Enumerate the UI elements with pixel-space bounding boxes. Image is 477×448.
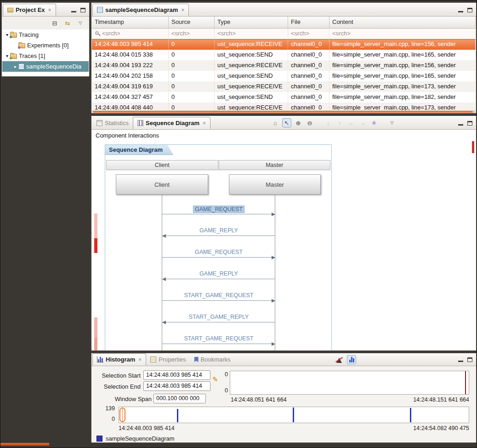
zoom-in-icon[interactable]: ⊕ [294, 119, 302, 127]
lifeline-master[interactable]: Master [229, 174, 321, 195]
cell-timestamp: 14:24:49.004 319 619 [92, 81, 169, 92]
right-ruler-marker[interactable] [472, 141, 474, 153]
go-right-icon[interactable]: → [358, 119, 367, 127]
sequence-message[interactable]: GAME_REPLY [162, 227, 275, 236]
sequence-message[interactable]: START_GAME_REQUEST [162, 292, 275, 301]
link-with-editor-icon[interactable]: ⇆ [63, 19, 72, 27]
minimize-icon[interactable] [458, 11, 463, 12]
collapse-all-icon[interactable]: ⊟ [51, 19, 59, 27]
window-span-field[interactable]: 000.100 000 000 [153, 394, 206, 403]
full-range-chart[interactable] [119, 407, 469, 423]
explorer-window-buttons [71, 8, 89, 16]
go-left-icon[interactable]: ← [347, 119, 355, 127]
tab-bookmarks[interactable]: Bookmarks [190, 353, 235, 366]
tree-item-trace-samplesequencediagram[interactable]: ▸ sampleSequenceDia [2, 61, 89, 72]
maximize-icon[interactable] [467, 121, 472, 126]
filter-field-type[interactable]: <srch> [217, 29, 236, 38]
table-row[interactable]: 14:24:49.004 193 222 0 ust_sequence:RECE… [92, 60, 476, 71]
table-row[interactable]: 14:24:49.004 202 158 0 ust_sequence:SEND… [92, 71, 476, 81]
sequence-message[interactable]: GAME_REPLY [162, 270, 275, 279]
ruler-marker[interactable] [94, 238, 97, 253]
tab-sequence-diagram[interactable]: Sequence Diagram × [133, 117, 210, 129]
filter-field-content[interactable]: <srch> [332, 29, 351, 38]
close-icon[interactable]: × [203, 120, 206, 126]
legend-swatch [97, 436, 102, 442]
filter-field-file[interactable]: <srch> [291, 29, 309, 38]
table-row[interactable]: 14:24:49.004 327 457 0 ust_sequence:SEND… [92, 92, 476, 103]
tree-item-tracing[interactable]: ▾ Tracing [2, 29, 89, 40]
overview-ruler[interactable] [94, 212, 97, 351]
minimized-view-strip[interactable] [0, 443, 49, 446]
lifeline-header-client[interactable]: Client [106, 160, 218, 170]
tab-properties[interactable]: Properties [146, 353, 190, 366]
histogram-toolbar [335, 355, 358, 366]
legend: sampleSequenceDiagram [97, 435, 175, 442]
minimize-icon[interactable] [458, 124, 463, 126]
table-row[interactable]: 14:24:49.004 319 619 0 ust_sequence:RECE… [92, 81, 476, 92]
go-down-icon[interactable]: ↓ [324, 119, 332, 127]
minimize-icon[interactable] [71, 11, 76, 12]
minimize-icon[interactable] [458, 361, 463, 362]
view-menu-icon[interactable]: ▽ [388, 119, 396, 127]
sequence-message[interactable]: START_GAME_REQUEST [162, 335, 275, 344]
show-histogram-icon[interactable] [349, 357, 354, 362]
view-menu-icon[interactable]: ▽ [76, 19, 85, 27]
ruler-marker[interactable] [94, 338, 97, 351]
time-range-chart[interactable] [230, 371, 469, 395]
table-row[interactable]: 14:24:48.003 985 414 0 ust_sequence:RECE… [92, 39, 476, 50]
filter-field-timestamp[interactable]: <srch> [102, 29, 120, 38]
time-range-cursor[interactable] [465, 371, 466, 394]
sequence-message[interactable]: START_GAME_REPLY [162, 314, 275, 322]
selection-end-field[interactable]: 14:24:48.003 985 414 [143, 381, 210, 391]
column-header-source[interactable]: Source [169, 17, 215, 28]
column-header-timestamp[interactable]: Timestamp [92, 17, 169, 28]
filter-icon[interactable]: ✳ [370, 119, 378, 127]
events-window-buttons [458, 8, 476, 16]
zoom-out-icon[interactable]: ⊖ [306, 119, 314, 127]
tab-events-samplesequencediagram[interactable]: sampleSequenceDiagram × [92, 4, 189, 16]
horizontal-scrollbar[interactable] [92, 110, 476, 113]
column-header-content[interactable]: Content [329, 17, 476, 28]
ruler-marker[interactable] [94, 317, 97, 338]
maximize-icon[interactable] [467, 357, 472, 362]
selection-start-field[interactable]: 14:24:48.003 985 414 [143, 370, 210, 380]
column-header-type[interactable]: Type [215, 17, 288, 28]
sequence-canvas[interactable]: Component Interactions Sequence Diagram … [92, 130, 476, 350]
lifeline-header-master[interactable]: Master [219, 160, 331, 170]
table-row[interactable]: 14:24:48.004 015 338 0 ust_sequence:SEND… [92, 50, 476, 60]
maximize-icon[interactable] [80, 8, 85, 12]
selection-marker[interactable] [119, 408, 125, 422]
histogram-spike [410, 408, 411, 422]
events-filter-row[interactable]: <srch> <srch> <srch> <srch> <srch> [92, 29, 476, 39]
sequence-message[interactable]: GAME_REQUEST [162, 249, 275, 258]
project-explorer-icon [7, 8, 13, 12]
expander-icon[interactable]: ▸ [12, 64, 18, 69]
scrollbar-thumb[interactable] [93, 111, 473, 113]
home-icon[interactable]: ⌂ [271, 119, 279, 127]
tab-histogram[interactable]: Histogram × [92, 353, 146, 366]
tab-statistics[interactable]: Statistics [92, 117, 133, 129]
close-icon[interactable]: × [138, 356, 142, 363]
tab-project-explorer[interactable]: Project Ex × [3, 4, 56, 16]
message-arrow [162, 257, 275, 258]
time-range-ymax: 0 [215, 371, 228, 378]
sequence-message[interactable]: GAME_REQUEST [162, 206, 275, 214]
close-icon[interactable]: × [48, 7, 51, 13]
lifeline-client[interactable]: Client [116, 174, 208, 195]
events-table-icon [97, 7, 103, 13]
go-up-icon[interactable]: ↑ [335, 119, 344, 127]
maximize-icon[interactable] [467, 8, 472, 12]
tree-item-experiments[interactable]: Experiments [0] [2, 40, 89, 51]
filter-field-source[interactable]: <srch> [171, 29, 190, 38]
pin-icon[interactable] [95, 31, 100, 36]
close-icon[interactable]: × [181, 7, 184, 13]
hide-lost-events-icon[interactable] [335, 357, 343, 363]
cell-source: 0 [169, 71, 215, 81]
ruler-marker[interactable] [94, 213, 97, 239]
column-header-file[interactable]: File [288, 17, 329, 28]
message-arrow [162, 235, 275, 236]
sequence-tabbar: Statistics Sequence Diagram × ⌂ ↖ ⊕ ⊖ ↓ … [91, 116, 476, 130]
cell-timestamp: 14:24:49.004 193 222 [92, 60, 169, 71]
tree-item-traces[interactable]: ▾ Traces [1] [2, 51, 89, 61]
select-tool-icon[interactable]: ↖ [283, 119, 291, 127]
